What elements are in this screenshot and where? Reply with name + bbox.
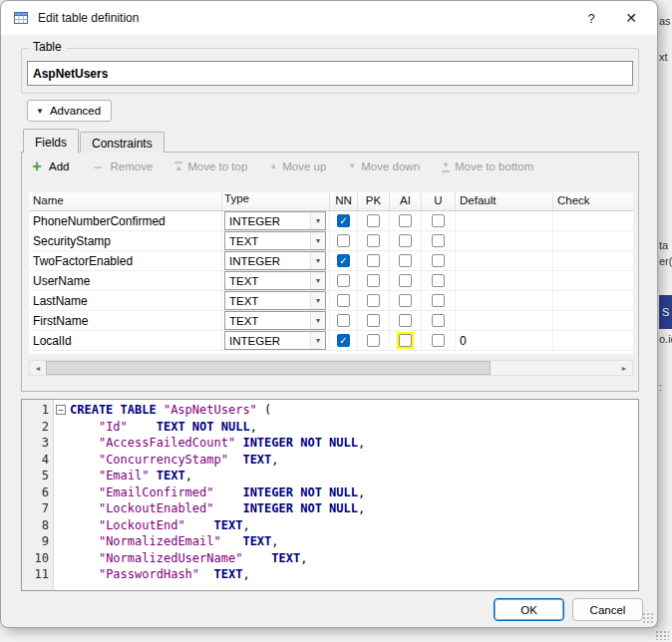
field-name-cell[interactable]: SecurityStamp [29, 231, 222, 250]
tab-fields[interactable]: Fields [23, 129, 79, 153]
check-cell[interactable] [553, 231, 633, 250]
nn-checkbox[interactable] [337, 274, 350, 287]
scroll-right-icon[interactable]: ► [616, 361, 632, 375]
column-header-name[interactable]: Name [29, 192, 222, 210]
column-header-u[interactable]: U [422, 192, 456, 210]
column-header-type[interactable]: Type [222, 192, 330, 210]
default-cell[interactable] [456, 271, 553, 290]
column-header-check[interactable]: Check [553, 192, 633, 210]
field-name-cell[interactable]: LastName [29, 291, 222, 310]
line-number: 6 [22, 484, 49, 501]
check-cell[interactable] [553, 291, 633, 310]
sql-fold-margin[interactable]: − [54, 400, 68, 590]
ai-checkbox[interactable] [399, 214, 412, 227]
fold-collapse-icon[interactable]: − [56, 405, 66, 415]
ai-checkbox[interactable] [399, 274, 412, 287]
u-checkbox[interactable] [432, 314, 445, 327]
field-name-cell[interactable]: FirstName [29, 311, 222, 330]
nn-checkbox[interactable] [337, 294, 350, 307]
nn-checkbox[interactable] [337, 334, 350, 347]
check-cell[interactable] [553, 331, 633, 350]
column-header-default[interactable]: Default [456, 192, 553, 210]
type-combobox[interactable]: TEXT▾ [224, 271, 326, 290]
pk-checkbox[interactable] [367, 254, 380, 267]
sql-code[interactable]: CREATE TABLE "AspNetUsers" ( "Id" TEXT N… [68, 400, 638, 590]
nn-checkbox[interactable] [337, 314, 350, 327]
field-name-cell[interactable]: UserName [29, 271, 222, 290]
advanced-button[interactable]: ▼ Advanced [27, 100, 112, 122]
default-cell[interactable] [456, 251, 553, 270]
check-cell[interactable] [553, 251, 633, 270]
sql-editor[interactable]: 1234567891011 − CREATE TABLE "AspNetUser… [21, 399, 639, 591]
column-header-pk[interactable]: PK [358, 192, 390, 210]
check-cell[interactable] [553, 211, 633, 230]
horizontal-scrollbar[interactable]: ◄ ► [29, 360, 633, 376]
table-row[interactable]: FirstNameTEXT▾ [29, 311, 633, 331]
cancel-button[interactable]: Cancel [572, 598, 643, 621]
u-checkbox[interactable] [432, 294, 445, 307]
type-combobox[interactable]: TEXT▾ [224, 291, 326, 310]
tab-constraints[interactable]: Constraints [80, 132, 165, 153]
pk-checkbox[interactable] [367, 314, 380, 327]
table-row[interactable]: TwoFactorEnabledINTEGER▾ [29, 251, 633, 271]
ai-checkbox[interactable] [399, 314, 412, 327]
table-row[interactable]: LocalIdINTEGER▾0 [29, 331, 633, 351]
close-button[interactable]: ✕ [611, 1, 651, 35]
move-to-bottom-button[interactable]: ▼ Move to bottom [442, 160, 533, 172]
ai-checkbox[interactable] [399, 234, 412, 247]
default-cell[interactable]: 0 [456, 331, 553, 350]
default-cell[interactable] [456, 211, 553, 230]
table-row[interactable]: UserNameTEXT▾ [29, 271, 633, 291]
pk-checkbox[interactable] [367, 334, 380, 347]
ok-button[interactable]: OK [494, 598, 564, 621]
nn-checkbox[interactable] [337, 234, 350, 247]
help-button[interactable]: ? [571, 1, 611, 35]
check-cell[interactable] [553, 311, 633, 330]
type-combobox[interactable]: TEXT▾ [224, 311, 326, 330]
column-header-ai[interactable]: AI [390, 192, 422, 210]
pk-checkbox[interactable] [367, 274, 380, 287]
pk-checkbox[interactable] [367, 294, 380, 307]
field-name-cell[interactable]: TwoFactorEnabled [29, 251, 222, 270]
type-combobox[interactable]: INTEGER▾ [224, 211, 326, 230]
type-combobox[interactable]: INTEGER▾ [224, 331, 326, 350]
default-cell[interactable] [456, 311, 553, 330]
pk-checkbox[interactable] [367, 214, 380, 227]
move-down-button[interactable]: ▼ Move down [348, 160, 420, 172]
field-name-cell[interactable]: PhoneNumberConfirmed [29, 211, 222, 230]
table-row[interactable]: SecurityStampTEXT▾ [29, 231, 633, 251]
dialog-resize-grip[interactable] [642, 612, 654, 624]
table-row[interactable]: LastNameTEXT▾ [29, 291, 633, 311]
sql-line: "NormalizedEmail" TEXT, [70, 533, 638, 550]
ai-checkbox[interactable] [399, 294, 412, 307]
scroll-left-icon[interactable]: ◄ [30, 361, 46, 375]
check-cell[interactable] [553, 271, 633, 290]
default-cell[interactable] [456, 291, 553, 310]
nn-checkbox[interactable] [337, 214, 350, 227]
scrollbar-track[interactable] [46, 361, 616, 375]
table-row[interactable]: PhoneNumberConfirmedINTEGER▾ [29, 211, 633, 231]
u-checkbox[interactable] [432, 334, 445, 347]
remove-field-button[interactable]: − Remove [91, 160, 153, 173]
scrollbar-thumb[interactable] [46, 361, 491, 375]
field-name-cell[interactable]: LocalId [29, 331, 222, 350]
table-name-input[interactable] [27, 61, 633, 86]
ai-checkbox[interactable] [399, 254, 412, 267]
dialog-titlebar[interactable]: Edit table definition ? ✕ [1, 1, 657, 35]
type-combobox[interactable]: TEXT▾ [224, 231, 326, 250]
u-checkbox[interactable] [432, 214, 445, 227]
move-to-top-button[interactable]: ▲ Move to top [174, 160, 247, 172]
u-checkbox[interactable] [432, 254, 445, 267]
ai-checkbox[interactable] [399, 334, 412, 347]
default-cell[interactable] [456, 231, 553, 250]
move-up-button[interactable]: ▲ Move up [269, 160, 326, 172]
nn-checkbox[interactable] [337, 254, 350, 267]
pk-checkbox[interactable] [367, 234, 380, 247]
u-checkbox[interactable] [432, 234, 445, 247]
resize-grip-icon [655, 630, 669, 640]
add-icon: + [30, 160, 44, 173]
add-field-button[interactable]: + Add [30, 160, 69, 173]
u-checkbox[interactable] [432, 274, 445, 287]
type-combobox[interactable]: INTEGER▾ [224, 251, 326, 270]
column-header-nn[interactable]: NN [330, 192, 358, 210]
